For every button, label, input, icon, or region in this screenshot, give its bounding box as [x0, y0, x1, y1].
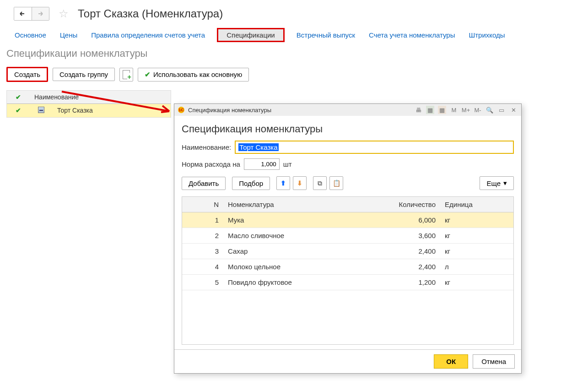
spec-dialog: 1C Спецификация номенклатуры 🖶 ▦ ▦ M M+ …: [174, 103, 522, 374]
cancel-button[interactable]: Отмена: [473, 354, 515, 369]
copy-button[interactable]: ⧉: [313, 176, 327, 190]
paste-icon: 📋: [333, 179, 340, 187]
close-icon[interactable]: ✕: [509, 106, 518, 114]
cell-qty: 2,400: [358, 259, 440, 274]
table-row[interactable]: 4 Молоко цельное 2,400 л: [182, 259, 513, 275]
tab-account-rules[interactable]: Правила определения счетов учета: [89, 28, 207, 42]
cell-qty: 2,400: [358, 244, 440, 259]
spec-list-table: ✔ Наименование ✔ Торт Сказка: [6, 90, 171, 118]
chevron-down-icon: ▾: [503, 179, 507, 187]
cell-unit: кг: [440, 275, 513, 290]
move-up-button[interactable]: ⬆: [276, 176, 290, 190]
cell-n: 2: [182, 228, 223, 243]
move-down-button[interactable]: ⬇: [293, 176, 307, 190]
col-qty-header: Количество: [358, 197, 440, 212]
more-button[interactable]: Еще ▾: [480, 176, 514, 190]
rate-unit: шт: [283, 160, 292, 168]
table-row[interactable]: 3 Сахар 2,400 кг: [182, 244, 513, 259]
col-unit-header: Единица: [440, 197, 513, 212]
name-field-label: Наименование:: [182, 143, 231, 151]
print-icon[interactable]: 🖶: [414, 106, 422, 114]
tab-accounts[interactable]: Счета учета номенклатуры: [367, 28, 457, 42]
create-group-button[interactable]: Создать группу: [53, 68, 115, 81]
mem-mplus-icon[interactable]: M+: [462, 106, 470, 114]
ok-button[interactable]: ОК: [434, 354, 468, 369]
tab-specifications[interactable]: Спецификации: [217, 28, 285, 42]
tab-counter-output[interactable]: Встречный выпуск: [295, 28, 357, 42]
ingredients-table: N Номенклатура Количество Единица 1 Мука…: [182, 196, 514, 345]
page-title: Торт Сказка (Номенклатура): [78, 7, 223, 20]
cell-qty: 3,600: [358, 228, 440, 243]
use-as-main-button[interactable]: ✔Использовать как основную: [138, 68, 249, 81]
mem-m-icon[interactable]: M: [450, 106, 458, 114]
calculator-icon[interactable]: ▦: [426, 106, 434, 114]
dialog-titlebar: 1C Спецификация номенклатуры 🖶 ▦ ▦ M M+ …: [174, 104, 521, 116]
cell-qty: 6,000: [358, 212, 440, 228]
more-label: Еще: [486, 179, 501, 187]
cell-nom: Сахар: [223, 244, 358, 259]
copy-new-button[interactable]: [119, 68, 133, 81]
use-as-main-label: Использовать как основную: [153, 71, 242, 78]
paste-button[interactable]: 📋: [329, 176, 343, 190]
cell-nom: Молоко цельное: [223, 259, 358, 274]
col-nom-header: Номенклатура: [223, 197, 358, 212]
rate-input[interactable]: [244, 158, 280, 170]
copy-icon: ⧉: [318, 179, 322, 187]
calendar-icon[interactable]: ▦: [438, 106, 446, 114]
cell-n: 4: [182, 259, 223, 274]
table-row[interactable]: 5 Повидло фруктовое 1,200 кг: [182, 275, 513, 290]
arrow-up-icon: ⬆: [281, 179, 286, 187]
col-name-header: Наименование: [30, 91, 171, 103]
collapse-icon[interactable]: [38, 107, 44, 113]
cell-nom: Масло сливочное: [223, 228, 358, 243]
table-row[interactable]: ✔ Торт Сказка: [7, 104, 171, 117]
cell-qty: 1,200: [358, 275, 440, 290]
cell-unit: кг: [440, 212, 513, 228]
check-icon: ✔: [145, 71, 151, 79]
zoom-icon[interactable]: 🔍: [486, 106, 494, 114]
favorite-star-icon[interactable]: ☆: [59, 7, 69, 20]
table-row[interactable]: 1 Мука 6,000 кг: [182, 212, 513, 228]
table-row[interactable]: 2 Масло сливочное 3,600 кг: [182, 228, 513, 244]
nav-buttons: [14, 7, 49, 21]
name-input[interactable]: Торт Сказка: [235, 141, 514, 154]
tab-bar: Основное Цены Правила определения счетов…: [0, 24, 588, 45]
check-icon: ✔: [16, 93, 21, 101]
col-check-header: ✔: [7, 91, 30, 103]
cell-n: 3: [182, 244, 223, 259]
maximize-icon[interactable]: ▭: [497, 106, 506, 114]
arrow-down-icon: ⬇: [297, 179, 302, 187]
mem-mminus-icon[interactable]: M-: [474, 106, 482, 114]
cell-nom: Повидло фруктовое: [223, 275, 358, 290]
app-1c-icon: 1C: [178, 107, 184, 113]
add-row-button[interactable]: Добавить: [182, 177, 226, 190]
pick-button[interactable]: Подбор: [232, 177, 270, 190]
rate-label: Норма расхода на: [182, 160, 240, 168]
section-heading: Спецификации номенклатуры: [0, 45, 588, 62]
cell-unit: л: [440, 259, 513, 274]
col-n-header: N: [182, 197, 223, 212]
tab-main[interactable]: Основное: [13, 28, 48, 42]
tab-barcodes[interactable]: Штрихкоды: [467, 28, 507, 42]
cell-n: 5: [182, 275, 223, 290]
create-button[interactable]: Создать: [6, 67, 48, 82]
check-icon: ✔: [16, 107, 21, 114]
tab-prices[interactable]: Цены: [58, 28, 80, 42]
cell-nom: Мука: [223, 212, 358, 228]
dialog-window-title: Спецификация номенклатуры: [188, 107, 271, 114]
back-button[interactable]: [14, 7, 32, 20]
cell-unit: кг: [440, 244, 513, 259]
new-copy-icon: [123, 70, 130, 79]
forward-button[interactable]: [32, 7, 49, 20]
dialog-heading: Спецификация номенклатуры: [182, 123, 514, 135]
name-input-value: Торт Сказка: [238, 143, 278, 151]
cell-n: 1: [182, 212, 223, 228]
row-name: Торт Сказка: [53, 104, 171, 117]
cell-unit: кг: [440, 228, 513, 243]
